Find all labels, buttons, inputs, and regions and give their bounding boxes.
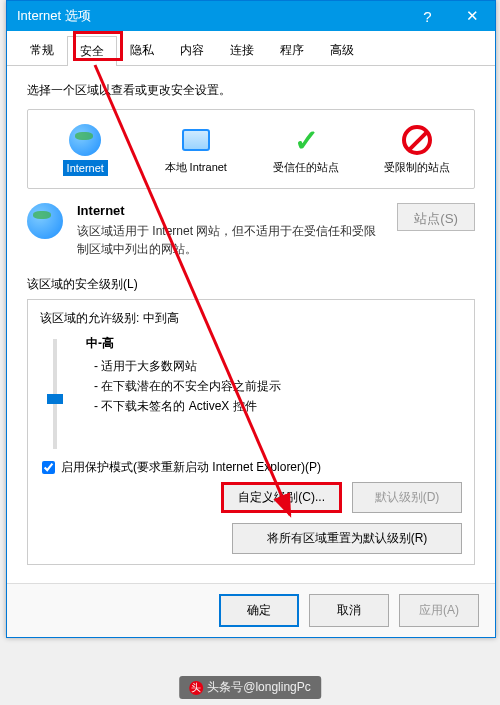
security-level-group-label: 该区域的安全级别(L) [27, 276, 475, 293]
reset-all-zones-button[interactable]: 将所有区域重置为默认级别(R) [232, 523, 462, 554]
zone-internet[interactable]: Internet [36, 118, 135, 180]
help-button[interactable]: ? [405, 1, 450, 31]
tab-security[interactable]: 安全 [67, 36, 117, 66]
tab-programs[interactable]: 程序 [267, 35, 317, 65]
level-bullets: 适用于大多数网站 在下载潜在的不安全内容之前提示 不下载未签名的 ActiveX… [86, 358, 281, 415]
zone-hint: 选择一个区域以查看或更改安全设置。 [27, 82, 475, 99]
protected-mode-row: 启用保护模式(要求重新启动 Internet Explorer)(P) [42, 459, 462, 476]
ok-button[interactable]: 确定 [219, 594, 299, 627]
zone-restricted[interactable]: 受限制的站点 [368, 118, 467, 180]
tab-general[interactable]: 常规 [17, 35, 67, 65]
tab-advanced[interactable]: 高级 [317, 35, 367, 65]
zone-trusted[interactable]: ✓ 受信任的站点 [257, 118, 356, 180]
security-panel: 选择一个区域以查看或更改安全设置。 Internet 本地 Intranet ✓… [7, 66, 495, 583]
zone-list: Internet 本地 Intranet ✓ 受信任的站点 受限制的站点 [27, 109, 475, 189]
titlebar: Internet 选项 ? ✕ [7, 1, 495, 31]
computer-icon [147, 122, 246, 158]
zone-desc-text: 该区域适用于 Internet 网站，但不适用于在受信任和受限制区域中列出的网站… [77, 222, 387, 258]
protected-mode-label: 启用保护模式(要求重新启动 Internet Explorer)(P) [61, 459, 321, 476]
tab-content[interactable]: 内容 [167, 35, 217, 65]
watermark: 头 头条号@longlingPc [179, 676, 321, 699]
current-level-label: 中-高 [86, 335, 281, 352]
forbidden-icon [368, 122, 467, 158]
globe-icon [36, 122, 135, 158]
watermark-text: 头条号@longlingPc [207, 679, 311, 696]
tab-strip: 常规 安全 隐私 内容 连接 程序 高级 [7, 31, 495, 66]
slider-thumb[interactable] [47, 394, 63, 404]
internet-options-dialog: Internet 选项 ? ✕ 常规 安全 隐私 内容 连接 程序 高级 选择一… [6, 0, 496, 638]
default-level-button[interactable]: 默认级别(D) [352, 482, 462, 513]
globe-icon [27, 203, 67, 239]
zone-intranet[interactable]: 本地 Intranet [147, 118, 246, 180]
dialog-buttons: 确定 取消 应用(A) [7, 583, 495, 637]
zone-description: Internet 该区域适用于 Internet 网站，但不适用于在受信任和受限… [27, 203, 475, 258]
security-level-slider[interactable] [40, 335, 70, 449]
window-title: Internet 选项 [17, 7, 405, 25]
cancel-button[interactable]: 取消 [309, 594, 389, 627]
tab-connections[interactable]: 连接 [217, 35, 267, 65]
security-level-box: 该区域的允许级别: 中到高 中-高 适用于大多数网站 在下载潜在的不安全内容之前… [27, 299, 475, 565]
allowed-levels-label: 该区域的允许级别: 中到高 [40, 310, 462, 327]
custom-level-button[interactable]: 自定义级别(C)... [221, 482, 342, 513]
tab-privacy[interactable]: 隐私 [117, 35, 167, 65]
sites-button[interactable]: 站点(S) [397, 203, 475, 231]
apply-button[interactable]: 应用(A) [399, 594, 479, 627]
close-button[interactable]: ✕ [450, 1, 495, 31]
watermark-icon: 头 [189, 681, 203, 695]
check-icon: ✓ [257, 122, 356, 158]
protected-mode-checkbox[interactable] [42, 461, 55, 474]
zone-title: Internet [77, 203, 387, 218]
